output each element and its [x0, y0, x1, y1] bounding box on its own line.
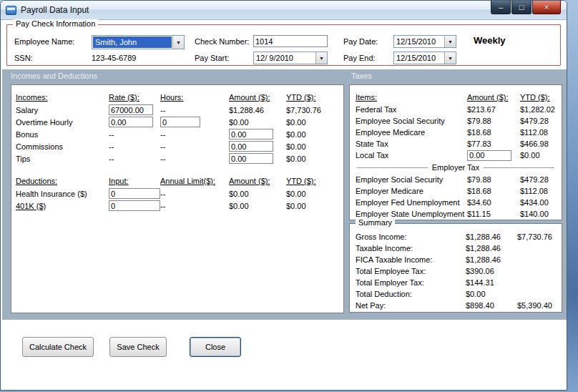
check-number-label: Check Number:	[195, 37, 249, 46]
pay-date-label: Pay Date:	[343, 37, 378, 46]
tax-ytd: $466.98	[520, 139, 562, 148]
annual-limit-col-header: Annual Limit($):	[160, 177, 229, 185]
income-amount: $1,288.46	[229, 106, 286, 114]
pay-frequency-label: Weekly	[474, 35, 506, 46]
close-button[interactable]: Close	[190, 337, 241, 357]
income-ytd: $0.00	[286, 130, 343, 139]
employee-name-value: Smith, John	[93, 36, 172, 48]
tax-amount: $11.15	[467, 210, 520, 218]
tax-row: Employee Medicare $18.68 $112.08	[350, 127, 562, 138]
summary-label: Total Employer Tax:	[356, 278, 466, 287]
pay-start-value: 12/ 9/2010	[254, 52, 315, 64]
tax-ytd: $479.28	[520, 175, 562, 184]
app-icon	[6, 6, 16, 15]
window-controls: – □ ×	[490, 1, 561, 14]
incomes-col-header: Incomes:	[16, 93, 109, 102]
paycheck-info-groupbox: Pay Check Information Employee Name: Smi…	[6, 24, 561, 66]
income-row-overtime: Overtime Hourly $0.00 $0.00	[11, 116, 343, 128]
tax-ytd: $0.00	[520, 151, 562, 160]
tax-amount: $18.68	[467, 128, 520, 137]
bonus-amount-input[interactable]	[229, 129, 273, 139]
deduction-limit: --	[160, 190, 229, 198]
overtime-hours-input[interactable]	[160, 117, 200, 127]
rate-col-header: Rate ($):	[109, 93, 160, 102]
pay-end-picker[interactable]: 12/15/2010 ▼	[393, 52, 456, 64]
close-button-icon[interactable]: ×	[532, 1, 561, 14]
tax-row: Federal Tax $213.67 $1,282.02	[350, 104, 562, 115]
employer-tax-divider-label: Employer Tax	[432, 163, 479, 172]
health-insurance-input[interactable]	[109, 188, 160, 199]
ssn-label: SSN:	[14, 54, 33, 62]
income-ytd: $0.00	[286, 142, 343, 151]
summary-label: Total Employee Tax:	[356, 267, 466, 275]
deduction-row-401k: 401K ($) -- $0.00 $0.00	[11, 200, 343, 212]
deductions-header-row: Deductions: Input: Annual Limit($): Amou…	[11, 175, 343, 187]
incomes-header-row: Incomes: Rate ($): Hours: Amount ($): YT…	[11, 91, 343, 104]
tax-ytd: $1,282.02	[520, 105, 562, 114]
income-ytd: $0.00	[286, 118, 343, 127]
income-label: Tips	[16, 155, 109, 163]
taxes-panel: Items: Amount ($): YTD ($): Federal Tax …	[349, 84, 562, 220]
commissions-amount-input[interactable]	[229, 141, 273, 152]
summary-label: Taxable Income:	[356, 244, 466, 253]
ytd-col-header: YTD ($):	[520, 93, 562, 102]
employee-name-select[interactable]: Smith, John ▼	[92, 35, 185, 49]
income-hours: --	[160, 130, 229, 139]
tax-amount: $213.67	[467, 105, 520, 114]
overtime-rate-input[interactable]	[109, 117, 153, 127]
pay-end-value: 12/15/2010	[394, 52, 444, 64]
deduction-amount: $0.00	[229, 190, 286, 198]
summary-amount: $1,288.46	[466, 255, 517, 264]
summary-group-label: Summary	[356, 218, 395, 227]
tax-label: Employer Medicare	[356, 187, 467, 195]
pay-start-label: Pay Start:	[195, 54, 229, 62]
amount-col-header: Amount ($):	[229, 177, 286, 185]
income-rate: --	[109, 142, 160, 151]
local-tax-input[interactable]	[467, 150, 511, 161]
tax-label: Employer Fed Unemployment	[356, 198, 467, 207]
calculate-check-button[interactable]: Calculate Check	[22, 337, 94, 357]
income-row-bonus: Bonus -- -- $0.00	[11, 128, 343, 140]
main-section: Incomes and Deductions Taxes Incomes: Ra…	[2, 69, 567, 320]
input-col-header: Input:	[109, 177, 160, 185]
pay-date-value: 12/15/2010	[394, 36, 444, 47]
tax-amount: $18.68	[467, 187, 520, 195]
deduction-401k-input[interactable]	[109, 200, 160, 211]
income-label: Commissions	[16, 142, 109, 151]
income-ytd: $0.00	[286, 155, 343, 163]
dropdown-arrow-icon[interactable]: ▼	[444, 36, 456, 47]
summary-amount: $144.31	[466, 278, 517, 287]
maximize-button-icon[interactable]: □	[511, 1, 532, 14]
pay-start-picker[interactable]: 12/ 9/2010 ▼	[253, 52, 328, 64]
income-rate: --	[109, 155, 160, 163]
salary-rate-input[interactable]	[109, 104, 153, 115]
income-hours: --	[160, 106, 229, 114]
deduction-label: Health Insurance ($)	[16, 190, 109, 198]
dropdown-arrow-icon[interactable]: ▼	[444, 52, 456, 64]
check-number-input[interactable]	[253, 35, 328, 47]
tax-amount: $79.88	[467, 117, 520, 125]
tax-label: Employer Social Security	[356, 175, 467, 184]
minimize-button-icon[interactable]: –	[491, 1, 511, 14]
summary-amount: $0.00	[466, 290, 517, 298]
pay-date-picker[interactable]: 12/15/2010 ▼	[393, 35, 456, 48]
tips-amount-input[interactable]	[229, 153, 273, 164]
summary-row: Total Employee Tax: $390.06	[350, 265, 562, 277]
dropdown-arrow-icon[interactable]: ▼	[172, 36, 184, 49]
taxes-section-header: Taxes	[351, 72, 372, 80]
summary-amount: $898.40	[466, 301, 517, 310]
save-check-button[interactable]: Save Check	[109, 337, 167, 357]
summary-row: Gross Income: $1,288.46 $7,730.76	[350, 231, 562, 242]
deduction-401k-link[interactable]: 401K ($)	[16, 202, 109, 210]
tax-ytd: $479.28	[520, 117, 562, 125]
tax-row-local: Local Tax $0.00	[350, 150, 562, 161]
income-rate: --	[109, 130, 160, 139]
dropdown-arrow-icon[interactable]: ▼	[315, 52, 327, 64]
income-ytd: $7,730.76	[286, 106, 343, 114]
deduction-row-health: Health Insurance ($) -- $0.00 $0.00	[11, 187, 343, 200]
tax-ytd: $140.00	[520, 210, 562, 218]
ssn-value: 123-45-6789	[92, 54, 136, 62]
tax-amount: $79.88	[467, 175, 520, 184]
incomes-section-header: Incomes and Deductions	[11, 72, 97, 80]
tax-ytd: $112.08	[520, 128, 562, 137]
